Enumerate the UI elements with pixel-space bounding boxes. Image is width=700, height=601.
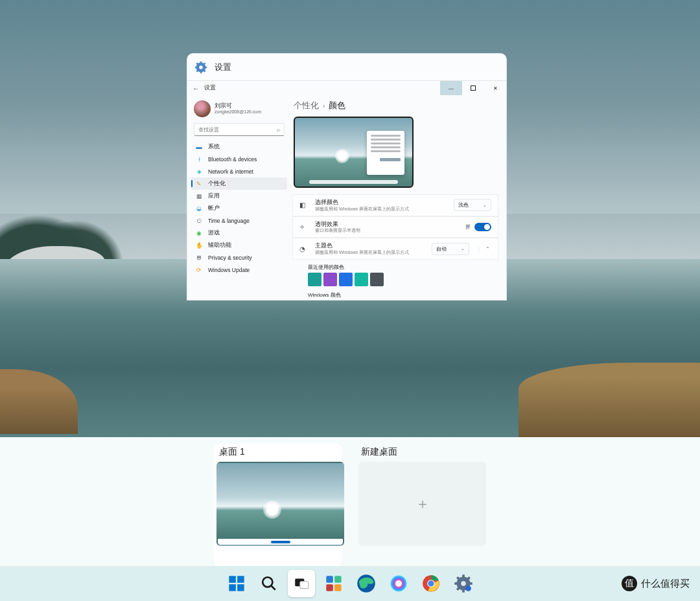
- sidebar-item-9[interactable]: ⛨Privacy & security: [191, 251, 287, 264]
- desktop-thumbnail[interactable]: [216, 462, 344, 546]
- minimize-button[interactable]: —: [440, 81, 462, 95]
- sidebar-item-10[interactable]: ⟳Windows Update: [191, 264, 287, 276]
- svg-rect-10: [471, 86, 476, 91]
- svg-point-31: [461, 581, 466, 586]
- svg-point-29: [428, 580, 434, 586]
- rainbow-app-button[interactable]: [385, 570, 412, 597]
- svg-line-38: [457, 588, 459, 590]
- sidebar-item-3[interactable]: ✎个性化: [191, 177, 287, 190]
- search-button[interactable]: [255, 570, 283, 597]
- time-icon: ⏲: [195, 217, 203, 225]
- svg-line-9: [204, 63, 205, 64]
- add-desktop-button[interactable]: ＋: [358, 462, 486, 546]
- settings-sidebar: 刘宗可 zongke2008@126.com ⌕ ▬系统ᚼBluetooth &…: [187, 95, 291, 300]
- sparkle-icon: ✧: [299, 223, 309, 231]
- sidebar-item-label: Network & internet: [208, 168, 253, 175]
- sidebar-item-label: Bluetooth & devices: [208, 156, 257, 163]
- edge-button[interactable]: [353, 570, 380, 597]
- color-mode-select[interactable]: 浅色⌄: [454, 199, 491, 211]
- maximize-button[interactable]: [462, 81, 484, 95]
- user-profile[interactable]: 刘宗可 zongke2008@126.com: [191, 98, 287, 122]
- svg-rect-18: [300, 582, 309, 589]
- sidebar-item-2[interactable]: ◈Network & internet: [191, 165, 287, 177]
- breadcrumb-current: 颜色: [329, 100, 345, 111]
- system-icon: ▬: [195, 143, 203, 151]
- accent-color-row: ◔ 主题色 调整应用和 Windows 界面在屏幕上的显示方式 自动⌄ ⌃: [292, 238, 498, 260]
- color-swatch[interactable]: [355, 273, 368, 286]
- svg-rect-21: [326, 584, 332, 591]
- sidebar-item-1[interactable]: ᚼBluetooth & devices: [191, 153, 287, 165]
- sidebar-item-label: 帐户: [208, 205, 220, 212]
- bluetooth-icon: ᚼ: [195, 155, 203, 163]
- color-swatch[interactable]: [308, 273, 321, 286]
- svg-line-36: [457, 577, 459, 579]
- accent-select[interactable]: 自动⌄: [432, 243, 469, 255]
- user-email: zongke2008@126.com: [215, 109, 261, 115]
- privacy-icon: ⛨: [195, 254, 203, 262]
- svg-line-8: [196, 71, 198, 72]
- close-button[interactable]: ✕: [484, 81, 506, 95]
- svg-rect-22: [334, 584, 342, 591]
- color-swatch[interactable]: [323, 273, 337, 286]
- breadcrumb-parent[interactable]: 个性化: [294, 100, 319, 111]
- svg-line-39: [468, 577, 470, 579]
- taskview-panel: 桌面 1 新建桌面 ＋: [0, 437, 700, 567]
- svg-rect-11: [229, 576, 236, 583]
- start-button[interactable]: [223, 570, 250, 597]
- search-icon: ⌕: [277, 126, 280, 133]
- svg-rect-14: [237, 584, 244, 591]
- sidebar-item-label: 应用: [208, 192, 220, 200]
- settings-title: 设置: [215, 62, 231, 73]
- taskbar: 值 什么值得买: [0, 566, 700, 601]
- sidebar-item-5[interactable]: ◒帐户: [191, 202, 287, 214]
- search-field[interactable]: [198, 127, 277, 133]
- widgets-button[interactable]: [320, 570, 347, 597]
- palette-icon: ◔: [299, 245, 309, 253]
- theme-preview: [294, 117, 414, 188]
- watermark-badge-icon: 值: [622, 576, 637, 591]
- chevron-down-icon: ⌄: [461, 246, 465, 251]
- transparency-toggle[interactable]: [474, 223, 491, 231]
- new-desktop-card[interactable]: 新建桌面 ＋: [358, 446, 486, 567]
- desktop-card-1[interactable]: 桌面 1: [214, 444, 342, 567]
- sidebar-item-7[interactable]: ◉游戏: [191, 227, 287, 239]
- sidebar-item-8[interactable]: ✋辅助功能: [191, 239, 287, 251]
- update-icon: ⟳: [195, 266, 203, 274]
- sidebar-item-0[interactable]: ▬系统: [191, 141, 287, 153]
- chrome-button[interactable]: [417, 570, 445, 597]
- sidebar-item-label: 系统: [208, 143, 220, 151]
- svg-line-6: [196, 63, 198, 64]
- recent-colors-section: 最近使用的颜色 Windows 颜色: [292, 260, 498, 300]
- sidebar-item-label: 辅助功能: [208, 242, 231, 249]
- back-button[interactable]: ←: [192, 85, 199, 92]
- sidebar-item-4[interactable]: ▦应用: [191, 190, 287, 202]
- search-input[interactable]: ⌕: [194, 123, 285, 136]
- expand-button[interactable]: ⌃: [478, 246, 491, 252]
- svg-rect-13: [229, 584, 236, 591]
- color-swatch[interactable]: [370, 273, 384, 286]
- avatar: [194, 100, 211, 117]
- settings-title-bar: 设置: [187, 53, 507, 80]
- sidebar-item-6[interactable]: ⏲Time & language: [191, 214, 287, 227]
- gaming-icon: ◉: [195, 229, 203, 237]
- svg-point-40: [465, 585, 471, 591]
- settings-window: — ✕ ← 设置 刘宗可 zongke2008@126.com ⌕ ▬系统ᚼBl…: [187, 80, 507, 300]
- svg-rect-20: [334, 576, 342, 583]
- taskview-button[interactable]: [288, 570, 315, 597]
- nav-list: ▬系统ᚼBluetooth & devices◈Network & intern…: [191, 141, 287, 276]
- chevron-right-icon: ›: [323, 102, 325, 109]
- color-mode-row: ◧ 选择颜色 调整应用和 Windows 界面在屏幕上的显示方式 浅色⌄: [292, 194, 498, 216]
- sidebar-item-label: Windows Update: [208, 267, 250, 273]
- svg-rect-19: [326, 576, 332, 583]
- apps-icon: ▦: [195, 192, 203, 200]
- mode-icon: ◧: [299, 201, 309, 209]
- svg-rect-12: [237, 576, 244, 583]
- plus-icon: ＋: [415, 494, 430, 514]
- color-swatch[interactable]: [339, 273, 353, 286]
- settings-taskbar-button[interactable]: [450, 570, 477, 597]
- settings-content: 个性化 › 颜色 ◧ 选择颜色 调整应用和 Windows 界面在屏幕上的显示方…: [291, 95, 506, 300]
- transparency-row: ✧ 透明效果 窗口和表面显示半透明 开: [292, 216, 498, 238]
- breadcrumb: 个性化 › 颜色: [292, 98, 498, 117]
- window-title: 设置: [204, 84, 216, 92]
- svg-point-15: [262, 577, 272, 587]
